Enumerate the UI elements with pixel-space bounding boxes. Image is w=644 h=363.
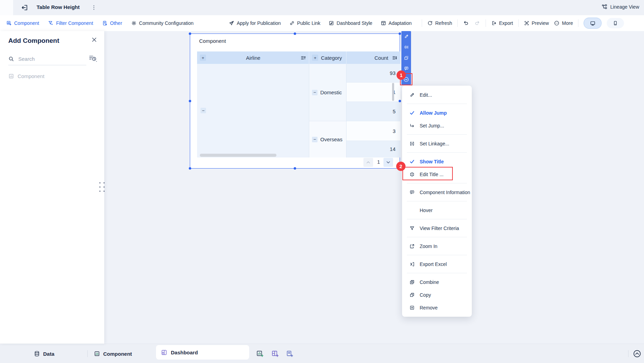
tab-component[interactable]: Component (94, 344, 132, 363)
page-up-button[interactable] (363, 158, 373, 167)
sort-updown-icon[interactable] (392, 55, 398, 61)
menu-divider (407, 183, 467, 183)
add-other-button[interactable]: Other (102, 20, 122, 26)
search-field[interactable] (8, 52, 86, 65)
component-drag-item[interactable]: Component (8, 73, 45, 79)
resize-handle[interactable] (294, 167, 296, 170)
desktop-view-toggle[interactable] (584, 18, 602, 29)
sort-order-icon[interactable] (88, 54, 99, 64)
toolbar-separator (457, 19, 458, 27)
refresh-button[interactable]: Refresh (427, 20, 452, 26)
mobile-view-toggle[interactable] (607, 18, 624, 28)
corner-strip (0, 0, 13, 15)
redo-icon[interactable] (474, 20, 480, 26)
lineage-view-button[interactable]: Lineage View (602, 4, 639, 10)
panel-resize-handle[interactable] (99, 182, 105, 192)
table-cell-category-overseas: − Overseas (309, 121, 347, 157)
more-button[interactable]: More (554, 20, 573, 26)
toolbar-label: Adaptation (389, 20, 412, 26)
menu-item-hover[interactable]: Hover (402, 204, 472, 217)
toolbar-label: More (562, 20, 573, 26)
menu-label: Copy (420, 292, 431, 298)
public-link-button[interactable]: Public Link (289, 20, 321, 26)
lineage-icon (602, 4, 607, 10)
table-cell-count: 14 (347, 141, 400, 157)
add-report-icon[interactable] (286, 350, 293, 357)
expand-plus-icon[interactable]: + (200, 55, 206, 61)
tab-data[interactable]: Data (34, 344, 55, 363)
menu-item-edit-title[interactable]: Edit Title ... (402, 168, 472, 181)
kebab-menu-icon[interactable] (91, 4, 97, 11)
menu-divider (407, 255, 467, 255)
add-dashboard-icon[interactable] (271, 350, 279, 357)
menu-item-remove[interactable]: Remove (402, 301, 472, 314)
menu-item-set-jump[interactable]: Set Jump... (402, 119, 472, 132)
resize-handle[interactable] (399, 32, 401, 35)
collapse-minus-icon[interactable]: − (312, 137, 318, 142)
annotation-badge-2: 2 (396, 162, 406, 171)
check-icon (409, 110, 415, 116)
jump-icon (409, 123, 415, 128)
component-card[interactable]: Component + Airline + Category Count (190, 34, 400, 169)
vertical-scrollbar[interactable] (392, 83, 394, 101)
menu-item-component-information[interactable]: Component Information (402, 186, 472, 199)
add-chart-icon (6, 20, 12, 26)
menu-item-export-excel[interactable]: Export Excel (402, 258, 472, 270)
bottombar-separator (87, 350, 88, 357)
phone-icon (613, 20, 618, 26)
sort-asc-icon[interactable] (300, 55, 306, 61)
menu-divider (407, 273, 467, 273)
tab-dashboard-active[interactable]: Dashboard (156, 345, 249, 360)
dashboard-style-button[interactable]: Dashboard Style (329, 20, 372, 26)
edit-component-icon[interactable] (401, 31, 411, 42)
preview-button[interactable]: Preview (524, 20, 549, 26)
menu-item-zoom-in[interactable]: Zoom In (402, 240, 472, 252)
page-number: 1 (375, 159, 382, 165)
filter-star-icon (48, 20, 53, 26)
dashboard-canvas: Add Component Component Component (0, 31, 644, 344)
page-down-button[interactable] (383, 158, 393, 167)
funnel-icon (409, 226, 415, 231)
menu-item-show-title[interactable]: Show Title (402, 155, 472, 168)
add-component-button[interactable]: Component (6, 20, 39, 26)
menu-divider (407, 134, 467, 135)
comment-icon (409, 190, 415, 195)
add-chart-component-icon[interactable] (256, 350, 264, 357)
expand-plus-icon[interactable]: + (312, 55, 318, 61)
collapse-up-icon[interactable] (633, 350, 641, 358)
menu-item-combine[interactable]: Combine (402, 276, 472, 288)
table-cell-count: 93 (347, 64, 400, 83)
menu-label: Remove (420, 305, 438, 311)
export-button[interactable]: Export (491, 20, 513, 26)
menu-item-view-filter-criteria[interactable]: View Filter Criteria (402, 222, 472, 235)
toolbar-label: Preview (532, 20, 549, 26)
adaptation-button[interactable]: Adaptation (381, 20, 412, 26)
search-input[interactable] (18, 56, 88, 62)
menu-item-allow-jump[interactable]: Allow Jump (402, 106, 472, 119)
toolbar-label: Other (110, 20, 122, 26)
resize-handle[interactable] (189, 167, 191, 170)
menu-label: Zoom In (420, 243, 437, 249)
close-icon[interactable] (91, 37, 98, 44)
toolbar-label: Public Link (297, 20, 321, 26)
resize-handle[interactable] (189, 32, 191, 35)
horizontal-scrollbar[interactable] (200, 154, 276, 157)
component-title: Component (199, 38, 226, 44)
switch-chart-icon[interactable] (401, 42, 411, 52)
menu-item-copy[interactable]: Copy (402, 288, 472, 301)
menu-item-set-linkage[interactable]: Set Linkage... (402, 137, 472, 150)
collapse-minus-icon[interactable]: − (201, 108, 206, 113)
menu-label: Export Excel (420, 261, 447, 267)
resize-handle[interactable] (189, 100, 191, 102)
exit-icon[interactable] (21, 4, 29, 11)
resize-handle[interactable] (399, 100, 401, 102)
apply-for-publication-button[interactable]: Apply for Publication (229, 20, 281, 26)
community-configuration-button[interactable]: Community Configuration (131, 20, 194, 26)
toolbar-label: Export (499, 20, 513, 26)
menu-item-edit[interactable]: Edit... (402, 88, 472, 101)
duplicate-icon[interactable] (401, 52, 411, 63)
add-filter-component-button[interactable]: Filter Component (48, 20, 93, 26)
undo-icon[interactable] (463, 20, 469, 26)
collapse-minus-icon[interactable]: − (312, 90, 318, 95)
resize-handle[interactable] (294, 32, 296, 35)
